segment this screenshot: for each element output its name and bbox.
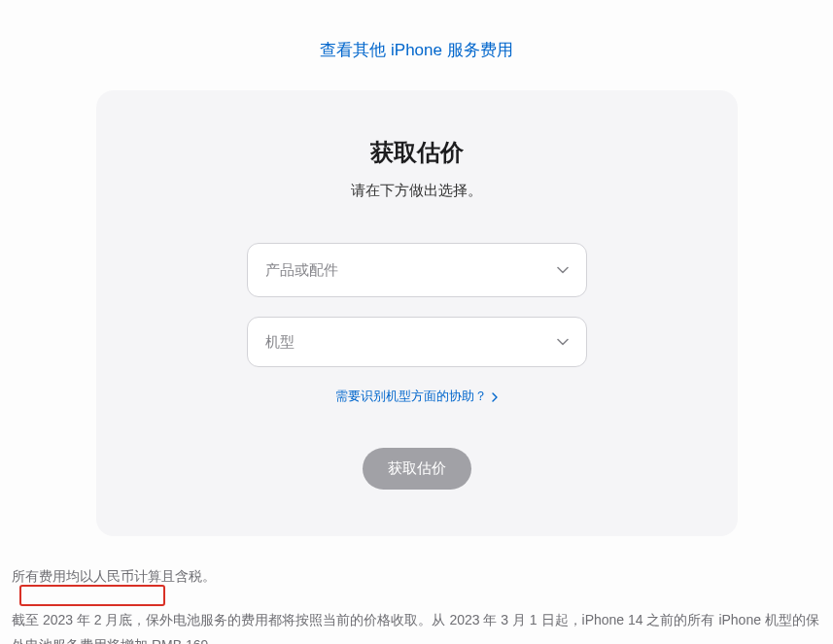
estimate-card: 获取估价 请在下方做出选择。 产品或配件 机型 需要识别机型方面的协助？ 获取估…: [96, 90, 738, 536]
model-select-placeholder: 机型: [265, 333, 295, 352]
help-link-row: 需要识别机型方面的协助？: [135, 387, 699, 405]
footer-line-2: 截至 2023 年 2 月底，保外电池服务的费用都将按照当前的价格收取。从 20…: [12, 607, 821, 644]
chevron-down-icon: [557, 263, 569, 277]
select-row-product: 产品或配件: [135, 243, 699, 297]
chevron-right-icon: [492, 391, 498, 402]
product-select[interactable]: 产品或配件: [247, 243, 587, 297]
help-link-label: 需要识别机型方面的协助？: [335, 389, 487, 403]
get-estimate-button[interactable]: 获取估价: [363, 448, 471, 490]
card-subtitle: 请在下方做出选择。: [135, 182, 699, 200]
view-other-fees-link[interactable]: 查看其他 iPhone 服务费用: [320, 41, 512, 59]
footer-line-1: 所有费用均以人民币计算且含税。: [12, 563, 821, 590]
chevron-down-icon: [557, 335, 569, 349]
footer-notes: 所有费用均以人民币计算且含税。 截至 2023 年 2 月底，保外电池服务的费用…: [0, 536, 833, 644]
identify-model-help-link[interactable]: 需要识别机型方面的协助？: [335, 389, 499, 403]
select-row-model: 机型: [135, 317, 699, 367]
product-select-placeholder: 产品或配件: [265, 261, 338, 280]
card-title: 获取估价: [135, 137, 699, 168]
top-link-row: 查看其他 iPhone 服务费用: [0, 0, 833, 90]
model-select[interactable]: 机型: [247, 317, 587, 367]
